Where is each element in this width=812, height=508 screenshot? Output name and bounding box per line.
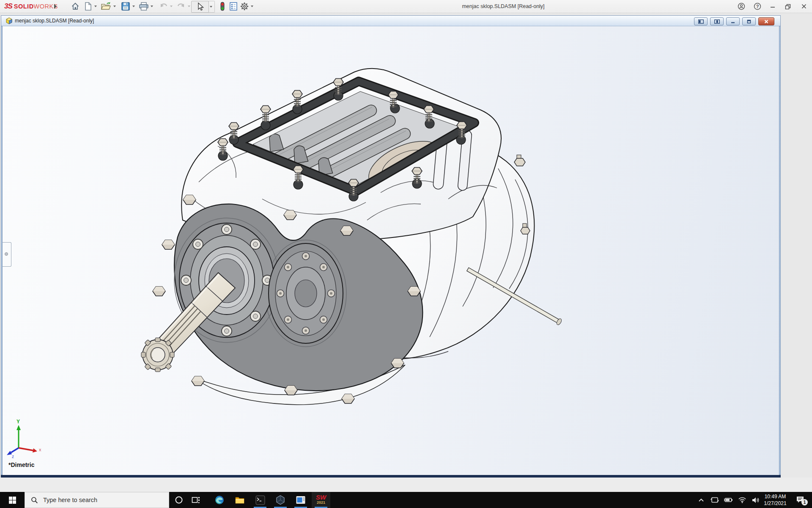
output-cover[interactable] — [269, 243, 343, 343]
orientation-label: *Dimetric — [8, 461, 34, 468]
new-document-icon[interactable] — [83, 1, 93, 11]
options-dropdown[interactable] — [251, 6, 253, 7]
select-tool-dropdown[interactable] — [208, 1, 215, 13]
feature-tree-collapsed-tab[interactable] — [3, 242, 11, 267]
cortana-icon[interactable] — [170, 492, 188, 508]
triad-z-label: z — [12, 454, 14, 459]
search-input[interactable] — [42, 496, 150, 504]
open-icon[interactable] — [101, 1, 111, 11]
print-dropdown[interactable] — [151, 6, 153, 7]
undo-icon — [159, 1, 169, 11]
assembly-document-icon — [5, 17, 13, 25]
doc-minimize-button[interactable] — [726, 17, 740, 25]
toolbar-flyout-arrow-icon[interactable] — [54, 4, 57, 9]
home-icon[interactable] — [70, 1, 80, 11]
blue-window-app-icon[interactable] — [291, 492, 310, 508]
wifi-icon[interactable] — [735, 492, 749, 508]
document-titlebar[interactable]: menjac sklop.SLDASM [Read-only] — [1, 15, 781, 26]
pane-right-button[interactable] — [710, 17, 724, 25]
file-explorer-icon[interactable] — [230, 492, 249, 508]
battery-charging-icon[interactable] — [721, 492, 735, 508]
redo-dropdown — [188, 6, 190, 7]
window-border — [1, 26, 3, 475]
window-border — [779, 26, 781, 475]
clock-date: 1/27/2021 — [760, 500, 790, 507]
taskbar-clock[interactable]: 10:49 AM 1/27/2021 — [760, 493, 790, 507]
undo-dropdown — [170, 6, 173, 7]
open-dropdown[interactable] — [113, 6, 116, 7]
app-background-strip — [0, 478, 812, 492]
notification-badge: 1 — [801, 499, 808, 505]
doc-close-button[interactable] — [758, 17, 774, 25]
triad-x-label: x — [39, 447, 41, 452]
doc-restore-button[interactable] — [742, 17, 756, 25]
search-icon — [31, 497, 38, 504]
triad-y-label: Y — [16, 419, 20, 425]
start-button[interactable] — [0, 492, 25, 508]
hexagon-app-icon[interactable] — [271, 492, 290, 508]
orientation-triad: Y x z — [7, 419, 41, 459]
options-gear-icon[interactable] — [239, 1, 250, 11]
graphics-area[interactable]: Y x z — [0, 0, 812, 508]
brand-mark: 3S — [4, 2, 12, 11]
app-restore-button[interactable] — [782, 2, 794, 11]
new-document-dropdown[interactable] — [94, 6, 97, 7]
app-close-button[interactable] — [798, 2, 810, 11]
redo-icon — [176, 1, 186, 11]
edge-icon[interactable] — [210, 492, 229, 508]
command-prompt-icon[interactable] — [251, 492, 269, 508]
help-icon[interactable]: ? — [751, 2, 764, 11]
tray-expand-icon[interactable] — [694, 492, 708, 508]
display-sync-icon[interactable] — [708, 492, 721, 508]
svg-text:?: ? — [756, 4, 759, 9]
housing-stud[interactable] — [514, 155, 525, 166]
user-account-icon[interactable] — [735, 2, 748, 11]
solidworks-logo: 3S SOLIDWORKS — [4, 0, 58, 13]
taskbar: SW 2021 10:49 AM 1/27/2021 1 — [0, 492, 812, 508]
taskbar-search[interactable] — [25, 492, 169, 508]
task-view-icon[interactable] — [187, 492, 205, 508]
select-tool-button[interactable] — [191, 1, 209, 13]
clock-time: 10:49 AM — [760, 493, 790, 500]
screen: Y x z *Dimetric 3S SOLIDWORKS — [0, 0, 812, 508]
pane-left-button[interactable] — [694, 17, 708, 25]
solidworks-taskbar-icon[interactable]: SW 2021 — [312, 492, 330, 508]
save-dropdown[interactable] — [132, 6, 135, 7]
app-title: menjac sklop.SLDASM [Read-only] — [440, 0, 567, 13]
file-properties-icon[interactable] — [228, 1, 239, 11]
rebuild-icon[interactable] — [217, 1, 228, 11]
action-center-icon[interactable]: 1 — [793, 492, 810, 508]
document-title: menjac sklop.SLDASM [Read-only] — [15, 16, 94, 27]
tab-handle-dot — [5, 252, 8, 256]
print-icon[interactable] — [139, 1, 149, 11]
app-minimize-button[interactable] — [766, 2, 779, 11]
spline-tip[interactable] — [141, 338, 174, 372]
save-icon[interactable] — [121, 1, 131, 11]
app-titlebar: 3S SOLIDWORKS — [0, 0, 812, 13]
